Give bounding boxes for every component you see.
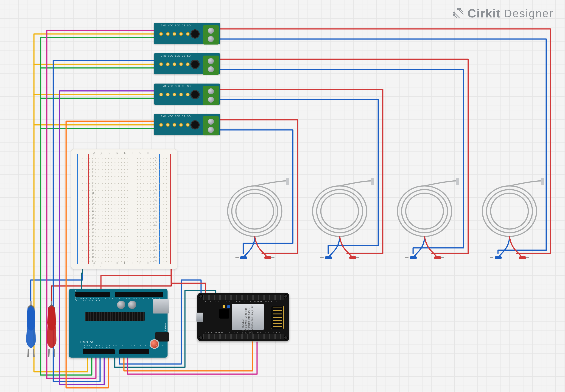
screw-terminal[interactable] (203, 25, 219, 44)
svg-rect-28 (434, 256, 441, 259)
screw[interactable] (208, 66, 214, 72)
svg-rect-17 (373, 177, 383, 177)
wire[interactable] (34, 34, 161, 64)
module-pin-row[interactable] (159, 62, 190, 66)
module-pin[interactable] (173, 123, 176, 127)
module-pin[interactable] (173, 32, 176, 36)
tc-2[interactable] (305, 177, 383, 266)
svg-point-0 (454, 12, 455, 13)
svg-rect-7 (286, 178, 289, 185)
breadboard-rail-pos-right (170, 154, 171, 264)
screw[interactable] (208, 58, 214, 64)
uno-header-analog[interactable] (115, 292, 163, 297)
module-pin[interactable] (186, 32, 190, 36)
wire[interactable] (40, 38, 165, 68)
module-pin[interactable] (186, 93, 190, 96)
svg-rect-10 (264, 256, 271, 259)
module-pin[interactable] (179, 123, 183, 127)
svg-point-14 (317, 190, 363, 233)
canvas[interactable]: Cirkit Designer GNDVCCSCKCSSO+−GNDVCCSCK… (0, 0, 565, 392)
uno-header-digital-low[interactable] (119, 349, 149, 354)
mounting-hole (284, 336, 288, 340)
breadboard[interactable]: A B C D E F G H I J A B C D E F G H I J … (71, 149, 177, 269)
wire[interactable] (34, 95, 161, 125)
svg-point-1 (454, 14, 455, 16)
uno-header-digital-high[interactable] (83, 349, 115, 354)
module-pin[interactable] (166, 62, 170, 66)
uno-capacitor (128, 301, 136, 309)
max6675-chip (191, 120, 200, 129)
svg-point-3 (459, 8, 461, 10)
module-pin-labels: GNDVCCSCKCSSO (161, 55, 191, 57)
brand-icon (453, 8, 464, 19)
module-pin[interactable] (166, 32, 170, 36)
svg-rect-34 (541, 178, 544, 185)
brand-designer: Designer (504, 7, 553, 20)
module-pin[interactable] (179, 62, 183, 66)
module-pin[interactable] (166, 93, 170, 96)
screw[interactable] (208, 88, 214, 94)
svg-point-6 (236, 193, 274, 229)
module-pin[interactable] (186, 123, 190, 127)
breadboard-row-numbers-right: 1234567891011121314151617181920212223242… (153, 156, 158, 262)
uno-capacitor (117, 301, 125, 309)
screw[interactable] (208, 97, 214, 103)
max6675-4[interactable]: GNDVCCSCKCSSO+− (154, 114, 220, 135)
arduino-uno[interactable]: UNO ∞ IOREF RESET 3.3V 5V GND GND VIN A0… (69, 289, 167, 358)
module-pin[interactable] (159, 32, 163, 36)
nodemcu-led (223, 305, 225, 308)
mounting-hole (199, 336, 203, 340)
module-pin[interactable] (186, 62, 190, 66)
clip-blue[interactable] (23, 301, 39, 358)
screw[interactable] (208, 119, 214, 125)
brand-label: Cirkit Designer (453, 6, 553, 20)
tc-1[interactable] (220, 177, 298, 266)
svg-rect-25 (456, 178, 459, 185)
nodemcu-header-top[interactable] (203, 295, 284, 300)
tc-3[interactable] (390, 177, 468, 266)
screw-terminal[interactable] (203, 86, 219, 105)
module-pin[interactable] (159, 123, 163, 127)
screw[interactable] (208, 127, 214, 133)
module-pin[interactable] (173, 93, 176, 96)
screw[interactable] (208, 36, 214, 42)
wire[interactable] (34, 64, 161, 95)
breadboard-rail-neg-left (77, 154, 78, 264)
uno-side-label: Arduino (164, 323, 167, 331)
screw[interactable] (208, 28, 214, 34)
module-pin[interactable] (166, 123, 170, 127)
module-pin[interactable] (179, 32, 183, 36)
nodemcu-header-bottom[interactable] (203, 334, 284, 339)
module-pin-row[interactable] (159, 93, 190, 96)
nodemcu-top-labels: Vin GND RST EN 3V3 GND CLK SD0 CMD SD1 S… (205, 301, 281, 303)
svg-point-5 (232, 190, 278, 233)
svg-point-15 (321, 193, 358, 229)
nodemcu-usb-port[interactable] (196, 313, 203, 322)
wire[interactable] (40, 68, 165, 98)
module-pin[interactable] (173, 62, 176, 66)
module-pin[interactable] (159, 62, 163, 66)
max6675-2[interactable]: GNDVCCSCKCSSO+− (154, 53, 220, 74)
module-pin[interactable] (179, 93, 183, 96)
nodemcu-esp8266[interactable]: Vin GND RST EN 3V3 GND CLK SD0 CMD SD1 S… (197, 293, 289, 341)
module-pin-row[interactable] (159, 123, 190, 127)
max6675-3[interactable]: GNDVCCSCKCSSO+− (154, 84, 220, 105)
nodemcu-led (227, 305, 230, 308)
svg-rect-26 (458, 177, 468, 177)
svg-point-33 (491, 193, 528, 229)
uno-header-power[interactable] (75, 292, 110, 297)
screw-terminal[interactable] (203, 56, 219, 75)
mounting-hole (199, 294, 203, 298)
screw-terminal[interactable] (203, 116, 219, 135)
module-pin-row[interactable] (159, 32, 190, 36)
max6675-1[interactable]: GNDVCCSCKCSSO+− (154, 23, 220, 44)
brand-cirkit: Cirkit (468, 6, 501, 20)
svg-rect-37 (519, 256, 526, 259)
esp8266-antenna (271, 306, 284, 329)
tc-4[interactable] (475, 177, 553, 266)
wire[interactable] (40, 98, 165, 128)
module-pin-labels: GNDVCCSCKCSSO (161, 85, 191, 87)
clip-red[interactable] (44, 301, 60, 358)
module-pin[interactable] (159, 93, 163, 96)
max6675-chip (191, 29, 200, 39)
